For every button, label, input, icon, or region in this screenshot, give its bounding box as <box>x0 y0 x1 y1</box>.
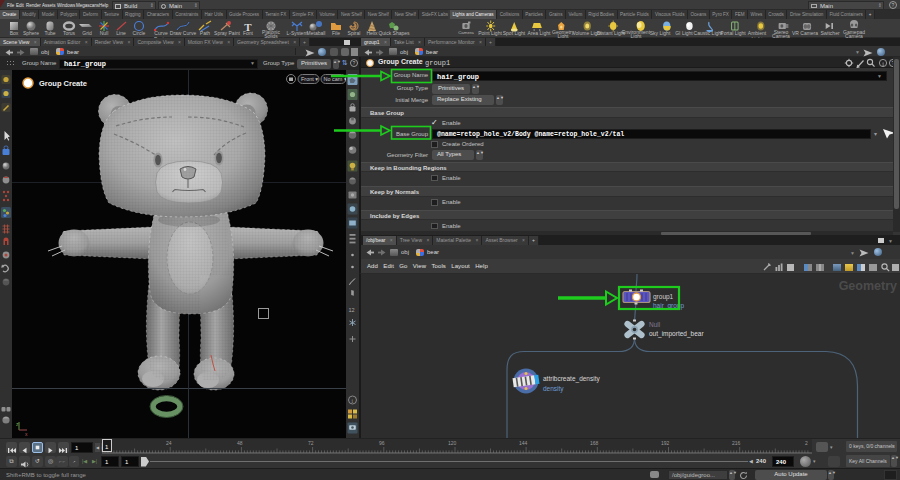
svg-text:Group Create: Group Create <box>39 79 87 88</box>
svg-text:attribcreate_density: attribcreate_density <box>543 375 600 383</box>
svg-text:48: 48 <box>237 440 243 446</box>
svg-text:i: i <box>882 60 884 66</box>
svg-text:2: 2 <box>805 440 808 446</box>
svg-text:216: 216 <box>732 440 741 446</box>
svg-text:144: 144 <box>519 440 528 446</box>
svg-text:12: 12 <box>349 307 355 313</box>
svg-text:hair_group: hair_group <box>653 302 684 310</box>
svg-text:192: 192 <box>661 440 670 446</box>
svg-text:group1: group1 <box>653 293 674 301</box>
svg-text:Null: Null <box>649 321 661 328</box>
svg-text:24: 24 <box>166 440 172 446</box>
svg-text:96: 96 <box>379 440 385 446</box>
svg-text:168: 168 <box>590 440 599 446</box>
svg-text:out_imported_bear: out_imported_bear <box>649 330 704 338</box>
svg-text:density: density <box>543 385 564 393</box>
svg-text:No cam ▾: No cam ▾ <box>324 76 347 82</box>
svg-text:120: 120 <box>448 440 457 446</box>
svg-text:72: 72 <box>308 440 314 446</box>
svg-text:Geometry: Geometry <box>839 279 897 293</box>
svg-text:i: i <box>351 398 353 404</box>
svg-text:x: x <box>25 431 28 437</box>
svg-text:Front ▾: Front ▾ <box>301 76 318 82</box>
